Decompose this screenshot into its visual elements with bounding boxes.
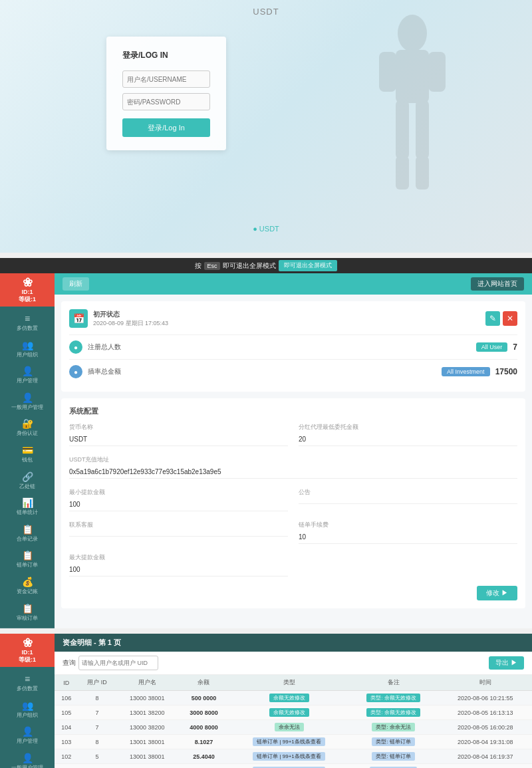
config-min-withdraw-label: 最小提款金额	[69, 488, 288, 497]
login-section: USDT 登录/LOG IN 登录/Log In ● USDT	[0, 0, 532, 253]
cell-time: 2020-08-04 16:17:14	[439, 764, 532, 768]
delete-icon[interactable]: ✕	[503, 311, 517, 326]
config-contact-value	[69, 531, 288, 537]
rec-sidebar-item-1[interactable]: ≡ 多仿数置	[0, 670, 55, 696]
usdt-bottom-label: ● USDT	[253, 225, 279, 233]
cell-time: 2020-08-04 16:19:37	[439, 749, 532, 764]
config-contact: 联系客服	[69, 521, 288, 544]
sidebar-item-chain-stats[interactable]: 📊 链单统计	[0, 493, 55, 520]
status-info-card: 📅 初开状态 2020-08-09 星期日 17:05:43 ✎ ✕ ● 注册总…	[61, 301, 525, 392]
stat-investment-value: 17500	[490, 367, 517, 376]
sidebar-item-orders[interactable]: 📋 合单记录	[0, 520, 55, 547]
config-max-withdraw-value: 100	[69, 563, 288, 576]
config-announcement: 公告	[299, 488, 517, 511]
admin-sidebar: ❀ ID:1 等级:1 ≡ 多仿数置 👥 用户组织 👤 用户管理 👤	[0, 273, 55, 628]
enter-site-button[interactable]: 进入网站首页	[471, 277, 524, 291]
rec-icon-4: 👤	[22, 753, 33, 763]
sidebar-label-usermgmt: 用户管理	[17, 378, 38, 384]
cell-note: 类型: 余余无法	[348, 720, 439, 735]
cell-balance: -600 8000	[178, 764, 230, 768]
logo-id: ID:1	[21, 289, 33, 295]
cell-uid: 8	[78, 735, 116, 749]
col-time: 时间	[439, 675, 532, 691]
info-card-header: 📅 初开状态 2020-08-09 星期日 17:05:43 ✎ ✕	[69, 309, 517, 328]
login-button[interactable]: 登录/Log In	[122, 118, 210, 137]
stat-users-label: 注册总人数	[88, 342, 476, 352]
cell-id: 103	[55, 735, 78, 749]
config-announcement-value	[299, 498, 517, 504]
refresh-button[interactable]: 刷新	[63, 277, 89, 291]
records-sidebar-logo: ❀ ID:1 等级:1	[0, 634, 55, 667]
svg-point-0	[398, 15, 427, 52]
rec-label-3: 用户管理	[17, 738, 38, 745]
sidebar-label-wallet: 钱包	[22, 457, 33, 463]
sidebar-item-chainorders[interactable]: 📋 链单订单	[0, 546, 55, 573]
password-input[interactable]	[122, 93, 210, 110]
sidebar-label-chain: 乙处链	[19, 483, 35, 490]
records-logo-id: ID:1	[21, 649, 33, 656]
cell-username: 13001 38001	[116, 735, 178, 749]
sidebar-label-orders: 合单记录	[17, 536, 38, 543]
hint-text: 按 Esc 即可退出全屏模式 即可退出全屏模式	[195, 260, 336, 271]
cell-username: 13001 38001	[116, 764, 178, 768]
sidebar-item-usermgmt[interactable]: 👤 用户管理	[0, 362, 55, 388]
hint-press-text: 按	[195, 261, 201, 271]
rec-sidebar-item-2[interactable]: 👥 用户组织	[0, 696, 55, 723]
search-input[interactable]	[78, 656, 158, 670]
cell-balance: 25.4040	[178, 749, 230, 764]
table-row: 103 8 13001 38001 8.1027 链单订单 | 99+1条线条查…	[55, 735, 532, 749]
cell-uid: 8	[78, 691, 116, 705]
usergroup-icon: 👥	[22, 340, 33, 350]
revieworders-icon: 📋	[22, 603, 33, 614]
config-min-delegate-value: 20	[299, 433, 517, 446]
config-chain-fee-label: 链单手续费	[299, 521, 517, 529]
cell-id: 101	[55, 764, 78, 768]
cell-time: 2020-08-04 19:31:08	[439, 735, 532, 749]
edit-icon[interactable]: ✎	[485, 311, 500, 326]
export-button[interactable]: 导出 ▶	[489, 656, 524, 670]
cell-type: 链单订单 | 99+1条线条查看	[229, 749, 348, 764]
config-min-delegate-label: 分红代理最低委托金额	[299, 423, 517, 432]
username-input[interactable]	[122, 70, 210, 88]
sidebar-item-wallet[interactable]: 💳 钱包	[0, 441, 55, 467]
withdraw-icon: 💰	[22, 576, 33, 587]
sidebar-label-generaluser: 一般用户管理	[11, 404, 43, 411]
search-wrap: 查询	[63, 656, 158, 670]
sidebar-item-generaluser[interactable]: 👤 一般用户管理	[0, 388, 55, 415]
date-text-block: 初开状态 2020-08-09 星期日 17:05:43	[93, 310, 168, 328]
sidebar-item-usergroup[interactable]: 👥 用户组织	[0, 336, 55, 362]
sidebar-item-chain[interactable]: 🔗 乙处链	[0, 467, 55, 494]
cell-time: 2020-08-05 16:13:13	[439, 705, 532, 720]
search-label: 查询	[63, 658, 76, 668]
status-label: 初开状态	[93, 310, 168, 319]
usermgmt-icon: 👤	[22, 366, 33, 376]
cell-balance: 8.1027	[178, 735, 230, 749]
table-row: 102 5 13001 38001 25.4040 链单订单 | 99+1条线条…	[55, 749, 532, 764]
cell-note: 类型: 链单订单 4	[348, 764, 439, 768]
records-section: ❀ ID:1 等级:1 ≡ 多仿数置 👥 用户组织 👤 用户管理 👤	[0, 634, 532, 768]
users-circle-icon: ●	[69, 340, 82, 354]
all-user-badge: All User	[476, 342, 508, 352]
cell-type: 余余无法	[229, 720, 348, 735]
hint-exit-text: 即可退出全屏模式	[223, 261, 276, 271]
table-row: 104 7 13000 38200 4000 8000 余余无法 类型: 余余无…	[55, 720, 532, 735]
records-sidebar: ❀ ID:1 等级:1 ≡ 多仿数置 👥 用户组织 👤 用户管理 👤	[0, 634, 55, 768]
main-content: 刷新 进入网站首页 📅 初开状态 2020-08-09 星期日 17:05:43…	[55, 273, 532, 628]
main-topbar: 刷新 进入网站首页	[55, 273, 532, 295]
config-currency-value: USDT	[69, 433, 288, 446]
datetime-value: 2020-08-09 星期日 17:05:43	[93, 319, 168, 328]
rec-sidebar-item-3[interactable]: 👤 用户管理	[0, 722, 55, 749]
config-submit-button[interactable]: 修改 ▶	[477, 586, 517, 600]
cell-username: 13001 38200	[116, 705, 178, 720]
rec-sidebar-item-4[interactable]: 👤 一般用户管理	[0, 749, 55, 768]
sidebar-item-dashboard[interactable]: ≡ 多仿数置	[0, 309, 55, 336]
sidebar-item-revieworders[interactable]: 📋 审核订单	[0, 599, 55, 626]
cell-note: 类型: 余额无效修改	[348, 691, 439, 705]
sidebar-item-auth[interactable]: 🔐 身份认证	[0, 414, 55, 441]
chain-icon: 🔗	[22, 471, 33, 482]
sidebar-item-withdraw[interactable]: 💰 资金记账	[0, 573, 55, 599]
hint-fullscreen-badge: 即可退出全屏模式	[279, 260, 337, 271]
config-max-withdraw: 最大提款金额 100	[69, 553, 288, 576]
chain-stats-icon: 📊	[22, 497, 33, 508]
stat-row-investment: ● 插率总金额 All Investment 17500	[69, 359, 517, 384]
